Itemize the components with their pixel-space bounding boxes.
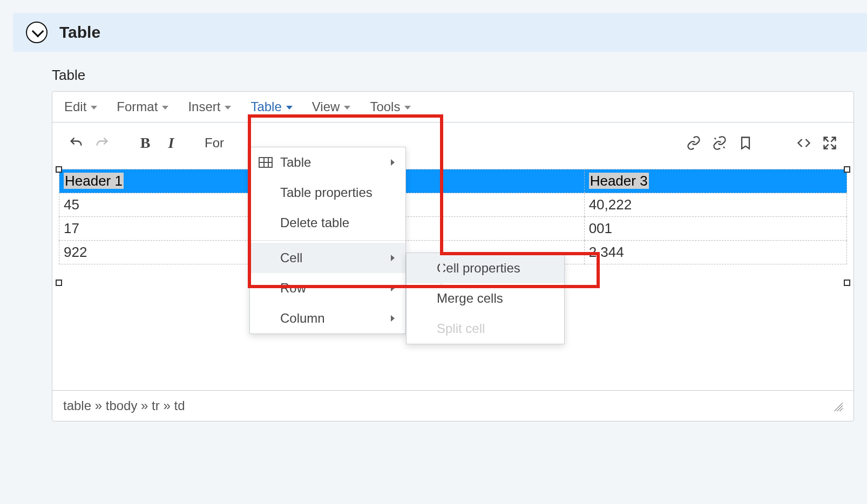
resize-grip[interactable] (832, 400, 843, 411)
bold-button[interactable]: B (132, 130, 158, 156)
panel-header: Table (13, 13, 867, 52)
undo-button[interactable] (63, 130, 89, 156)
resize-handle-tl[interactable] (56, 166, 62, 173)
table-cell[interactable]: 40,222 (584, 193, 846, 217)
chevron-right-icon (391, 255, 395, 261)
dd-table-properties[interactable]: Table properties (250, 178, 405, 208)
editor-statusbar: table » tbody » tr » td (52, 390, 854, 421)
dd-label: Table (280, 155, 311, 170)
menu-tools[interactable]: Tools (369, 97, 412, 117)
dd-label: Cell (280, 250, 302, 265)
menu-label: Insert (188, 99, 220, 114)
menu-edit[interactable]: Edit (63, 97, 98, 117)
formats-dropdown-label[interactable]: For (201, 135, 227, 151)
link-button[interactable] (681, 130, 707, 156)
dd-label: Column (280, 311, 325, 326)
table-row[interactable]: 17 001 (59, 217, 847, 241)
fullscreen-icon (822, 135, 837, 151)
unlink-button[interactable] (707, 130, 733, 156)
caret-down-icon (225, 106, 231, 110)
dd-merge-cells[interactable]: Merge cells (407, 283, 564, 314)
caret-down-icon (286, 106, 293, 110)
italic-button[interactable]: I (158, 130, 184, 156)
menu-view[interactable]: View (311, 97, 352, 117)
dd-label: Split cell (437, 321, 485, 336)
table-row[interactable]: 45 40,222 (59, 193, 847, 217)
italic-icon: I (168, 134, 174, 152)
panel-title: Table (59, 23, 100, 42)
table-header-row[interactable]: Header 1 Header 3 (59, 169, 847, 193)
menu-label: Edit (64, 99, 86, 114)
table-cell[interactable]: 001 (584, 217, 846, 241)
dd-label: Cell properties (437, 261, 520, 276)
content-table[interactable]: Header 1 Header 3 45 40,222 17 001 (59, 169, 847, 264)
menu-label: View (312, 99, 340, 114)
editor-toolbar: B I For (52, 122, 854, 164)
bookmark-button[interactable] (733, 130, 758, 156)
rich-text-editor: Edit Format Insert Table View Tools (52, 91, 854, 421)
caret-down-icon (404, 106, 411, 110)
table-icon (259, 157, 273, 168)
redo-icon (94, 135, 110, 151)
link-icon (686, 135, 701, 151)
dd-column[interactable]: Column (250, 303, 405, 333)
dd-delete-table[interactable]: Delete table (250, 208, 405, 238)
header-text: Header 3 (589, 173, 649, 189)
resize-handle-tr[interactable] (844, 166, 850, 173)
chevron-right-icon (391, 159, 395, 166)
undo-icon (69, 135, 84, 151)
cell-submenu: Cell properties Merge cells Split cell (406, 253, 565, 344)
menu-label: Table (250, 99, 281, 114)
menu-label: Tools (370, 99, 400, 114)
menu-format[interactable]: Format (116, 97, 170, 117)
chevron-down-icon (32, 25, 44, 38)
menu-label: Format (117, 99, 158, 114)
dd-cell[interactable]: Cell (250, 243, 405, 273)
table-cell[interactable]: 2,344 (584, 241, 846, 264)
fullscreen-button[interactable] (817, 130, 843, 156)
menu-insert[interactable]: Insert (187, 97, 232, 117)
field-label: Table (52, 67, 867, 84)
dd-label: Delete table (280, 215, 349, 230)
bold-icon: B (140, 134, 151, 152)
caret-down-icon (344, 106, 350, 110)
table-dropdown: Table Table properties Delete table Cell… (249, 147, 406, 334)
dd-cell-properties[interactable]: Cell properties (407, 253, 564, 283)
dd-label: Table properties (280, 185, 372, 200)
element-path[interactable]: table » tbody » tr » td (63, 398, 185, 413)
resize-handle-bl[interactable] (56, 280, 62, 286)
bookmark-icon (738, 135, 753, 151)
chevron-right-icon (391, 285, 395, 291)
resize-handle-br[interactable] (844, 280, 850, 286)
dd-insert-table[interactable]: Table (250, 147, 405, 178)
code-icon (796, 135, 811, 151)
dd-label: Row (280, 281, 306, 296)
menu-table[interactable]: Table (249, 97, 293, 117)
dd-row[interactable]: Row (250, 273, 405, 303)
caret-down-icon (162, 106, 168, 110)
header-text: Header 1 (64, 173, 124, 189)
source-code-button[interactable] (791, 130, 817, 156)
dd-split-cell: Split cell (407, 314, 564, 344)
editor-menubar: Edit Format Insert Table View Tools (52, 92, 854, 122)
collapse-toggle[interactable] (26, 22, 48, 43)
dropdown-separator (250, 240, 405, 241)
redo-button[interactable] (89, 130, 115, 156)
table-header-cell[interactable]: Header 3 (584, 169, 846, 193)
dd-label: Merge cells (437, 291, 503, 306)
caret-down-icon (91, 106, 97, 110)
unlink-icon (712, 135, 727, 151)
chevron-right-icon (391, 315, 395, 322)
